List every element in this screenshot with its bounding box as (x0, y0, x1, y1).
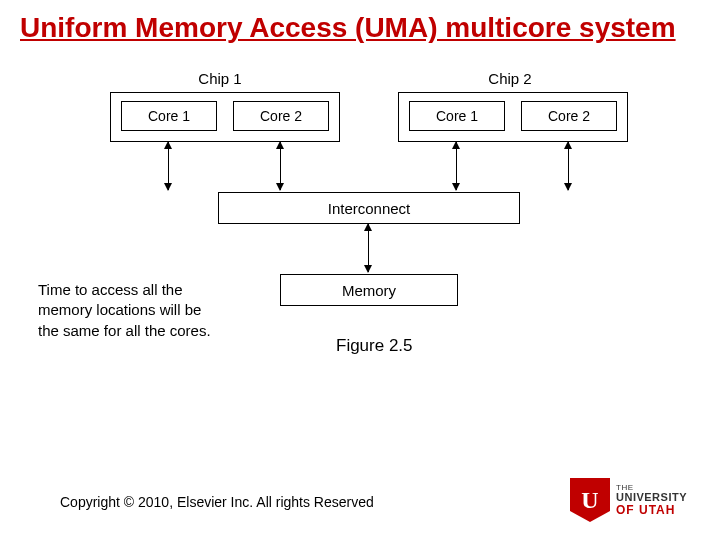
logo-letter: U (581, 487, 598, 514)
chip2-core2: Core 2 (521, 101, 617, 131)
chip-1-box: Core 1 Core 2 (110, 92, 340, 142)
arrow-icon (280, 142, 281, 190)
arrow-icon (168, 142, 169, 190)
chip-1-label: Chip 1 (180, 70, 260, 87)
university-of-utah-logo: U THE UNIVERSITY OF UTAH (570, 478, 700, 522)
caption-text: Time to access all the memory locations … (38, 280, 218, 341)
chip-2-label: Chip 2 (470, 70, 550, 87)
arrow-icon (568, 142, 569, 190)
chip-2-box: Core 1 Core 2 (398, 92, 628, 142)
page-title: Uniform Memory Access (UMA) multicore sy… (0, 0, 720, 44)
figure-label: Figure 2.5 (336, 336, 413, 356)
arrow-icon (456, 142, 457, 190)
logo-shield-icon: U (570, 478, 610, 522)
interconnect-box: Interconnect (218, 192, 520, 224)
copyright-text: Copyright © 2010, Elsevier Inc. All righ… (60, 494, 374, 510)
chip1-core2: Core 2 (233, 101, 329, 131)
chip2-core1: Core 1 (409, 101, 505, 131)
logo-line2: UNIVERSITY (616, 492, 687, 504)
chip1-core1: Core 1 (121, 101, 217, 131)
arrow-icon (368, 224, 369, 272)
logo-line3: OF UTAH (616, 504, 687, 517)
memory-box: Memory (280, 274, 458, 306)
logo-text: THE UNIVERSITY OF UTAH (616, 484, 687, 517)
